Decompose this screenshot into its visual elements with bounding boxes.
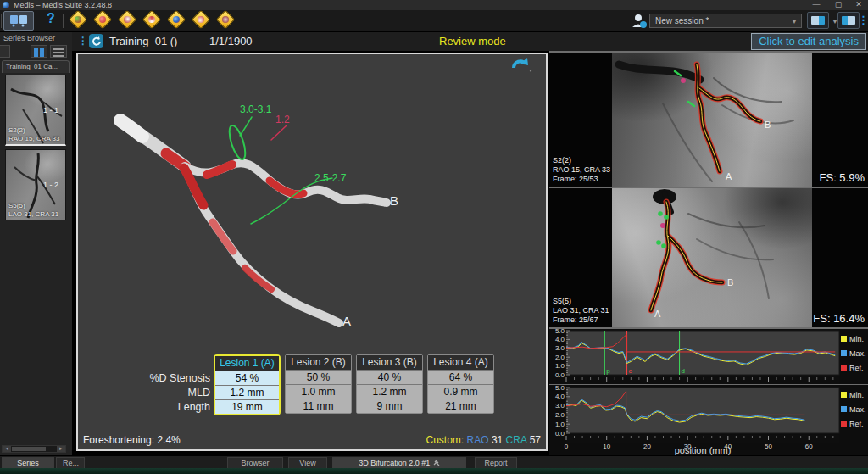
lesion-2-header[interactable]: Lesion 2 (B): [286, 355, 351, 370]
svg-text:4.0: 4.0: [555, 336, 565, 343]
status-strip: [0, 468, 868, 474]
svg-text:5.0: 5.0: [555, 385, 565, 392]
lesion-1-mld: 1.2 mm: [215, 385, 279, 399]
svg-text:Max.: Max.: [849, 349, 866, 358]
sidebar-horizontal-scrollbar[interactable]: ◄ ►: [2, 445, 66, 453]
svg-text:2.0: 2.0: [555, 411, 565, 419]
series-thumbnail-1[interactable]: 1 - 1 S2(2) RAO 15, CRA 33: [5, 75, 66, 146]
study-name: Training_01 (): [109, 35, 177, 47]
series-thumbnail-2[interactable]: 1 - 2 S5(5) LAO 31, CRA 31: [5, 149, 66, 220]
review-mode-label: Review mode: [439, 35, 506, 47]
maximize-button[interactable]: ▢: [829, 0, 848, 9]
main-toolbar: ? New session * ▼ ▼ ⋮: [0, 10, 868, 32]
window-title: Medis – Medis Suite 3.2.48.8: [14, 1, 112, 9]
tab-browser[interactable]: Browser: [227, 457, 283, 469]
thumbnail-series: S5(5): [8, 202, 25, 209]
lesion-4-header[interactable]: Lesion 4 (A): [428, 355, 493, 370]
list-view-button[interactable]: [50, 45, 67, 58]
lesion-3-header[interactable]: Lesion 3 (B): [357, 355, 422, 370]
panel2-fs-value: FS: 16.4%: [813, 312, 865, 325]
edit-analysis-button[interactable]: Click to edit analysis: [751, 33, 866, 50]
grid-icon: [34, 48, 38, 53]
series-browser-panel: Series Browser Training_01 Ca... 1 - 1 S…: [0, 32, 72, 455]
svg-text:Ref.: Ref.: [849, 420, 864, 428]
chart-canvas: 0.01.02.03.04.05.0podMin.Max.Ref.: [549, 329, 868, 384]
branch-a-label: A: [342, 314, 351, 328]
tab-results[interactable]: Re...: [56, 457, 85, 469]
tab-3d-bifurcation-label: 3D Bifurcation 2.0 #1: [359, 459, 430, 467]
lesion-1-header[interactable]: Lesion 1 (A): [215, 356, 279, 371]
minimize-button[interactable]: —: [807, 0, 826, 9]
study-refresh-icon[interactable]: [89, 34, 103, 48]
patient-tab[interactable]: Training_01 Ca...: [2, 60, 70, 73]
lesion-3-column[interactable]: Lesion 3 (B) 40 % 1.2 mm 9 mm: [356, 354, 423, 414]
layout-toggle-button[interactable]: [807, 12, 829, 29]
dual-monitor-icon: [4, 12, 33, 30]
svg-text:0.0: 0.0: [555, 371, 565, 379]
tab-report[interactable]: Report: [475, 457, 517, 469]
svg-text:o: o: [629, 367, 633, 375]
medis-suite-window: Medis – Medis Suite 3.2.48.8 — ▢ ✕ ?: [0, 0, 868, 474]
scroll-thumb[interactable]: [12, 447, 46, 451]
app-package-icon-3[interactable]: [118, 10, 137, 30]
study-date: 1/1/1900: [209, 35, 253, 47]
app-package-icon-6[interactable]: [192, 10, 211, 30]
bifurcation-3d-view[interactable]: 3.0-3.1 1.2 2.5-2.7 B A %D Stenosis MLD …: [76, 53, 548, 451]
thumbnail-projection: RAO 15, CRA 33: [8, 135, 59, 142]
scroll-left-icon[interactable]: ◄: [3, 446, 11, 452]
rao-value: 31: [492, 434, 503, 446]
close-button[interactable]: ✕: [849, 0, 868, 9]
angio-panel-2[interactable]: A B S5(5) LAO 31, CRA 31 Frame: 25/67 FS…: [549, 188, 868, 327]
app-package-icon-7[interactable]: [216, 10, 236, 30]
lesion-2-column[interactable]: Lesion 2 (B) 50 % 1.0 mm 11 mm: [285, 354, 352, 414]
svg-text:p: p: [606, 367, 610, 375]
lesion-1-column[interactable]: Lesion 1 (A) 54 % 1.2 mm 19 mm: [214, 354, 281, 415]
panel2-label-a: A: [654, 309, 661, 319]
pin-icon[interactable]: [432, 459, 440, 466]
xray-image: A B: [612, 53, 812, 187]
tab-3d-bifurcation[interactable]: 3D Bifurcation 2.0 #1: [332, 457, 466, 469]
toolbar-menu-icon[interactable]: ⋮: [858, 14, 868, 26]
row-header-mld: MLD: [132, 386, 210, 400]
svg-text:Ref.: Ref.: [849, 364, 864, 372]
help-icon[interactable]: ?: [47, 11, 55, 26]
app-package-icon-2[interactable]: [93, 10, 113, 30]
app-package-icon-5[interactable]: [167, 10, 186, 30]
title-bar: Medis – Medis Suite 3.2.48.8 — ▢ ✕: [0, 0, 868, 10]
panel1-label-b: B: [765, 120, 771, 130]
scroll-right-icon[interactable]: ►: [57, 446, 65, 452]
app-package-icon-4[interactable]: [142, 10, 162, 30]
foreshortening-label: Foreshortening: 2.4%: [83, 434, 181, 446]
session-label: New session *: [655, 16, 709, 25]
lesion-1-length: 19 mm: [215, 399, 279, 414]
tab-series-browser[interactable]: Series Bro...: [2, 457, 54, 469]
panel2-label-b: B: [727, 277, 733, 287]
thumbnail-index: 1 - 1: [43, 106, 58, 114]
svg-text:50: 50: [765, 443, 772, 450]
series-browser-title: Series Browser: [3, 34, 55, 42]
viewer-menu-icon[interactable]: ⋮: [78, 35, 88, 47]
svg-text:Min.: Min.: [849, 335, 864, 343]
panel1-meta: S2(2) RAO 15, CRA 33 Frame: 25/53: [553, 156, 610, 184]
bottom-tab-bar: Series Bro... Re... Browser View 3D Bifu…: [0, 455, 868, 468]
series-browser-toolbutton[interactable]: [3, 11, 34, 31]
svg-text:Min.: Min.: [849, 391, 864, 399]
row-header-stenosis: %D Stenosis: [132, 371, 210, 386]
cra-label: CRA: [506, 434, 527, 446]
user-session-icon: [631, 13, 648, 30]
panel2-projection: LAO 31, CRA 31: [553, 306, 609, 315]
tab-view[interactable]: View: [288, 457, 327, 469]
list-icon: [53, 48, 64, 50]
collapse-panel-button[interactable]: [0, 45, 10, 58]
grid-view-button[interactable]: [31, 45, 47, 58]
lesion-2-length: 11 mm: [286, 399, 351, 413]
angio-panel-1[interactable]: A B S2(2) RAO 15, CRA 33 Frame: 25/53 FS…: [549, 53, 868, 187]
layout-switch-button[interactable]: [837, 12, 860, 29]
svg-text:60: 60: [805, 443, 813, 450]
svg-text:20: 20: [643, 443, 651, 450]
rao-label: RAO: [467, 434, 489, 446]
lesion-4-column[interactable]: Lesion 4 (A) 64 % 0.9 mm 21 mm: [427, 354, 494, 414]
svg-text:1.0: 1.0: [555, 362, 565, 370]
session-dropdown[interactable]: New session * ▼: [649, 14, 802, 28]
app-package-icon-1[interactable]: [69, 10, 88, 30]
